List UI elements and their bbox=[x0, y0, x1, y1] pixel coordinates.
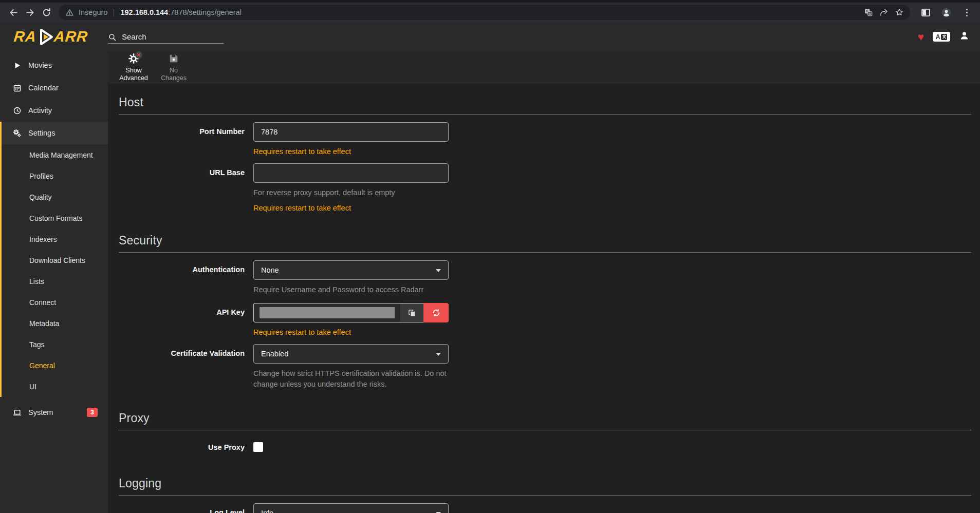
share-button[interactable] bbox=[876, 5, 892, 20]
sidebar-item-label: Activity bbox=[28, 106, 52, 115]
browser-profile-button[interactable] bbox=[938, 4, 954, 21]
certificate-validation-select[interactable]: Enabled bbox=[253, 344, 449, 364]
main-area: Show Advanced No Changes Host Port Numbe… bbox=[108, 51, 980, 513]
no-changes-label: No Changes bbox=[157, 67, 191, 82]
browser-forward-button[interactable] bbox=[22, 4, 38, 21]
sidebar-item-activity[interactable]: Activity bbox=[0, 99, 108, 122]
bookmark-star-button[interactable] bbox=[892, 5, 907, 20]
sidebar-item-media-management[interactable]: Media Management bbox=[0, 144, 108, 165]
show-advanced-button[interactable]: Show Advanced bbox=[117, 53, 151, 82]
section-divider bbox=[119, 495, 971, 496]
search-box[interactable] bbox=[108, 32, 224, 44]
sidebar-item-movies[interactable]: Movies bbox=[0, 54, 108, 77]
sidebar-item-system[interactable]: System 3 bbox=[0, 401, 108, 424]
sync-icon bbox=[432, 309, 440, 317]
search-icon bbox=[108, 33, 117, 42]
sidebar-item-settings[interactable]: Settings bbox=[0, 122, 108, 144]
system-health-badge: 3 bbox=[87, 408, 98, 417]
section-divider bbox=[119, 430, 971, 430]
redacted-api-key bbox=[260, 307, 395, 318]
browser-address-bar[interactable]: Inseguro 192.168.0.144:7878/settings/gen… bbox=[59, 5, 910, 20]
regenerate-api-key-button[interactable] bbox=[423, 303, 449, 322]
browser-reload-button[interactable] bbox=[38, 4, 54, 21]
security-section: Security Authentication None Require Use… bbox=[119, 234, 971, 390]
radarr-play-icon bbox=[35, 27, 55, 47]
restart-warning: Requires restart to take effect bbox=[253, 204, 449, 212]
proxy-section: Proxy Use Proxy bbox=[119, 411, 971, 454]
sidebar-item-indexers[interactable]: Indexers bbox=[0, 229, 108, 250]
app-header: RA ARR ♥ A bbox=[0, 22, 980, 51]
advanced-off-badge bbox=[135, 51, 142, 59]
browser-back-button[interactable] bbox=[5, 4, 22, 21]
translate-widget-button[interactable]: A bbox=[933, 32, 950, 42]
sidebar-item-connect[interactable]: Connect bbox=[0, 292, 108, 313]
side-panel-button[interactable] bbox=[917, 4, 934, 21]
select-value: None bbox=[261, 266, 279, 274]
api-key-input[interactable] bbox=[253, 303, 400, 322]
clock-icon bbox=[13, 106, 22, 115]
sidebar-item-ui[interactable]: UI bbox=[0, 376, 108, 397]
sidebar-item-custom-formats[interactable]: Custom Formats bbox=[0, 207, 108, 229]
back-arrow-icon bbox=[9, 8, 19, 17]
calendar-icon bbox=[13, 84, 22, 92]
url-base-row: URL Base For reverse proxy support, defa… bbox=[119, 163, 971, 212]
radarr-logo[interactable]: RA ARR bbox=[14, 27, 88, 47]
url-base-input[interactable] bbox=[253, 163, 449, 183]
google-translate-icon: G bbox=[864, 8, 873, 17]
section-divider bbox=[119, 114, 971, 115]
sidebar-item-label: Calendar bbox=[28, 84, 59, 92]
sidebar-item-lists[interactable]: Lists bbox=[0, 271, 108, 292]
url-text: 192.168.0.144:7878/settings/general bbox=[120, 8, 241, 16]
save-icon bbox=[168, 53, 179, 64]
copy-icon bbox=[408, 309, 416, 317]
user-button[interactable] bbox=[959, 30, 970, 43]
sidebar: Movies Calendar Activity Settings Media … bbox=[0, 51, 108, 513]
translate-page-button[interactable]: G bbox=[861, 5, 876, 20]
section-title: Logging bbox=[119, 477, 971, 490]
authentication-select[interactable]: None bbox=[253, 260, 449, 280]
url-host: 192.168.0.144 bbox=[120, 8, 168, 16]
certificate-validation-row: Certificate Validation Enabled Change ho… bbox=[119, 344, 971, 390]
api-key-row: API Key Re bbox=[119, 303, 971, 336]
x-icon bbox=[137, 53, 141, 57]
sidebar-item-quality[interactable]: Quality bbox=[0, 186, 108, 207]
search-input[interactable] bbox=[121, 32, 224, 42]
port-number-input[interactable] bbox=[253, 122, 449, 142]
select-value: Info bbox=[261, 509, 273, 513]
sidebar-item-label: Movies bbox=[28, 61, 52, 69]
sidebar-item-profiles[interactable]: Profiles bbox=[0, 165, 108, 186]
show-advanced-label: Show Advanced bbox=[117, 67, 151, 82]
sidebar-item-download-clients[interactable]: Download Clients bbox=[0, 250, 108, 271]
copy-api-key-button[interactable] bbox=[400, 303, 423, 322]
security-chip-label: Inseguro bbox=[79, 8, 107, 16]
chevron-down-icon bbox=[436, 353, 441, 356]
insecure-warning-icon bbox=[65, 8, 74, 17]
profile-avatar-icon bbox=[941, 7, 952, 18]
section-title: Proxy bbox=[119, 411, 971, 425]
select-value: Enabled bbox=[261, 350, 288, 358]
save-changes-button[interactable]: No Changes bbox=[157, 53, 191, 82]
log-level-select[interactable]: Info bbox=[253, 503, 449, 513]
donate-heart-icon[interactable]: ♥ bbox=[918, 31, 924, 42]
url-base-label: URL Base bbox=[119, 163, 253, 212]
sidebar-item-metadata[interactable]: Metadata bbox=[0, 313, 108, 334]
restart-warning: Requires restart to take effect bbox=[253, 328, 449, 336]
host-section: Host Port Number Requires restart to tak… bbox=[119, 96, 971, 212]
port-number-row: Port Number Requires restart to take eff… bbox=[119, 122, 971, 156]
restart-warning: Requires restart to take effect bbox=[253, 147, 449, 156]
sidebar-item-calendar[interactable]: Calendar bbox=[0, 77, 108, 99]
address-bar-divider bbox=[114, 9, 114, 16]
use-proxy-label: Use Proxy bbox=[119, 438, 253, 454]
gears-icon bbox=[13, 129, 22, 138]
translate-glyph-icon bbox=[941, 34, 947, 40]
sidebar-item-general[interactable]: General bbox=[0, 355, 108, 376]
logging-section: Logging Log Level Info bbox=[119, 477, 971, 513]
certificate-validation-label: Certificate Validation bbox=[119, 344, 253, 390]
translate-letter-a: A bbox=[936, 33, 940, 41]
chevron-down-icon bbox=[436, 269, 441, 272]
forward-arrow-icon bbox=[25, 8, 35, 17]
sidebar-item-label: Settings bbox=[28, 129, 55, 137]
browser-menu-button[interactable] bbox=[958, 4, 975, 21]
use-proxy-checkbox[interactable] bbox=[253, 442, 263, 452]
sidebar-item-tags[interactable]: Tags bbox=[0, 334, 108, 355]
